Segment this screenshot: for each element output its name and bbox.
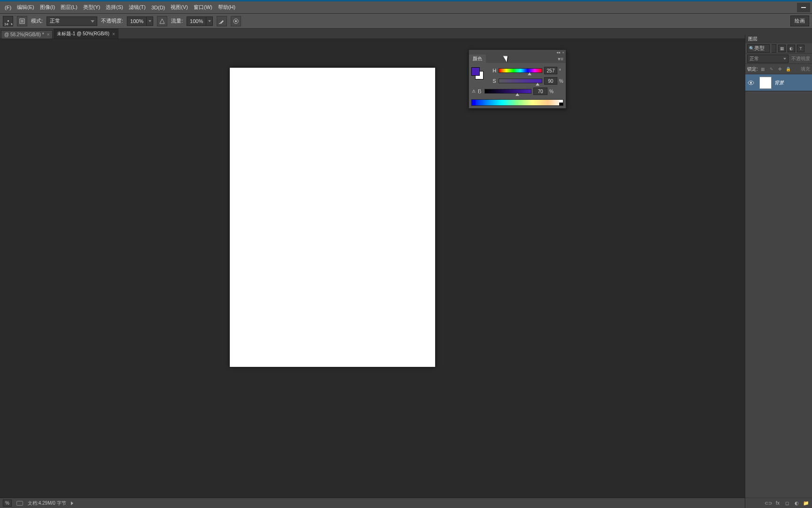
menu-window[interactable]: 窗口(W)	[191, 2, 215, 13]
color-ramp[interactable]	[471, 99, 563, 106]
color-panel-titlebar[interactable]: ◂◂ ×	[469, 50, 566, 55]
layer-fx-icon[interactable]: fx	[774, 500, 781, 507]
svg-point-6	[750, 82, 752, 84]
brightness-unit: %	[549, 89, 554, 94]
zoom-level-input[interactable]: %	[3, 500, 12, 507]
filter-pixel-icon[interactable]: ▦	[778, 45, 786, 52]
layer-filter-kind[interactable]: 🔍 类型	[747, 44, 770, 53]
lock-label: 锁定:	[747, 66, 758, 72]
status-bar: % 文档:4.29M/0 字节	[0, 498, 745, 508]
document-tab[interactable]: 未标题-1 @ 50%(RGB/8) ×	[54, 29, 118, 39]
document-tab[interactable]: @ 58.2%(RGB/8) * ×	[1, 30, 53, 39]
gamut-warning-icon[interactable]: ⚠	[471, 89, 476, 94]
adjustment-layer-icon[interactable]: ◐	[793, 500, 800, 507]
folder-icon[interactable]: 📁	[803, 500, 809, 507]
flow-dropdown[interactable]	[206, 16, 213, 26]
lock-all-icon[interactable]: 🔒	[785, 66, 792, 72]
status-menu-icon[interactable]	[71, 501, 73, 505]
layer-mask-icon[interactable]: ◻	[784, 500, 790, 507]
document-info[interactable]: 文档:4.29M/0 字节	[28, 500, 66, 507]
minimize-button[interactable]	[797, 3, 810, 12]
saturation-value[interactable]: 90	[544, 77, 557, 85]
svg-rect-1	[21, 20, 23, 23]
brush-size-label: 34	[4, 22, 8, 26]
close-icon[interactable]: ×	[562, 50, 564, 55]
document-tab-bar: @ 58.2%(RGB/8) * × 未标题-1 @ 50%(RGB/8) ×	[0, 29, 812, 39]
menu-filter[interactable]: 滤镜(T)	[126, 2, 148, 13]
workspace	[0, 39, 812, 498]
svg-point-2	[219, 23, 220, 24]
search-icon: 🔍	[749, 46, 754, 51]
opacity-input[interactable]: 100%	[127, 16, 147, 26]
mode-label: 模式:	[31, 17, 43, 24]
menu-layer[interactable]: 图层(L)	[58, 2, 80, 13]
draw-mode-button[interactable]: 绘画	[790, 16, 809, 26]
layer-row[interactable]: 背景	[745, 74, 812, 91]
menu-3d[interactable]: 3D(D)	[148, 3, 168, 12]
brightness-value[interactable]: 70	[533, 87, 547, 95]
gamut-warning-icon	[486, 68, 491, 73]
spacer	[486, 79, 491, 83]
layers-panel: 图层 🔍 类型 ▦ ◐ T 正常 不透明度 锁定: ▦ ✎ ✥ 🔒 填充 背景 …	[745, 35, 812, 508]
lock-pixels-icon[interactable]: ✎	[768, 66, 775, 72]
brightness-slider[interactable]	[484, 89, 531, 94]
mouse-cursor	[505, 55, 510, 62]
brush-panel-toggle-icon[interactable]	[17, 16, 27, 26]
panel-menu-icon[interactable]: ▾≡	[555, 56, 566, 62]
visibility-toggle-icon[interactable]	[745, 80, 757, 85]
flow-label: 流量:	[171, 17, 183, 24]
layers-tab[interactable]: 图层	[745, 35, 812, 43]
pressure-opacity-icon[interactable]	[157, 16, 167, 26]
filter-type-icon[interactable]: T	[797, 45, 804, 52]
opacity-dropdown[interactable]	[147, 16, 153, 26]
menu-image[interactable]: 图像(I)	[37, 2, 58, 13]
airbrush-icon[interactable]	[217, 16, 227, 26]
canvas[interactable]	[230, 68, 435, 367]
menu-type[interactable]: 类型(Y)	[80, 2, 103, 13]
close-tab-icon[interactable]: ×	[47, 32, 50, 37]
fill-label: 填充	[801, 66, 810, 72]
layer-name[interactable]: 背景	[774, 79, 784, 86]
stepper-icon[interactable]	[772, 44, 776, 53]
link-layers-icon[interactable]: ⊂⊃	[765, 500, 772, 507]
menu-view[interactable]: 视图(V)	[168, 2, 191, 13]
menu-file[interactable]: (F)	[2, 3, 14, 12]
brightness-label: B	[478, 88, 483, 94]
saturation-label: S	[492, 78, 497, 84]
brush-preset-picker[interactable]: 34	[3, 16, 13, 26]
svg-point-4	[235, 20, 237, 22]
saturation-slider[interactable]	[499, 79, 542, 83]
flow-input[interactable]: 100%	[187, 16, 206, 26]
hue-label: H	[492, 68, 497, 73]
color-panel: ◂◂ × 颜色 ▾≡ H 257 ° S 90 % ⚠ B 7	[468, 49, 566, 109]
saturation-unit: %	[559, 79, 563, 84]
layer-blend-mode-select[interactable]: 正常	[747, 55, 789, 63]
hue-unit: °	[559, 68, 563, 73]
options-bar: 34 模式: 正常 不透明度: 100% 流量: 100% 绘画	[0, 14, 812, 29]
layers-footer: ⊂⊃ fx ◻ ◐ 📁	[745, 498, 812, 508]
layer-list: 背景	[745, 74, 812, 91]
blend-mode-select[interactable]: 正常	[47, 16, 97, 26]
foreground-color-swatch[interactable]	[471, 67, 480, 76]
close-tab-icon[interactable]: ×	[112, 32, 115, 37]
menu-help[interactable]: 帮助(H)	[215, 2, 238, 13]
lock-position-icon[interactable]: ✥	[777, 66, 783, 72]
filter-adjust-icon[interactable]: ◐	[788, 45, 795, 52]
hue-value[interactable]: 257	[544, 67, 557, 74]
layer-thumbnail[interactable]	[759, 77, 772, 89]
hue-slider[interactable]	[499, 68, 542, 73]
menu-select[interactable]: 选择(S)	[103, 2, 126, 13]
color-tab[interactable]: 颜色	[469, 55, 486, 63]
menu-edit[interactable]: 编辑(E)	[14, 2, 37, 13]
color-swatches[interactable]	[471, 67, 484, 79]
collapse-icon[interactable]: ◂◂	[556, 50, 560, 55]
layer-opacity-label: 不透明度	[791, 56, 810, 62]
lock-transparency-icon[interactable]: ▦	[760, 66, 766, 72]
opacity-label: 不透明度:	[101, 17, 123, 24]
scratch-disk-icon[interactable]	[16, 501, 23, 506]
pressure-size-icon[interactable]	[231, 16, 241, 26]
menu-bar: (F) 编辑(E) 图像(I) 图层(L) 类型(Y) 选择(S) 滤镜(T) …	[0, 1, 812, 14]
